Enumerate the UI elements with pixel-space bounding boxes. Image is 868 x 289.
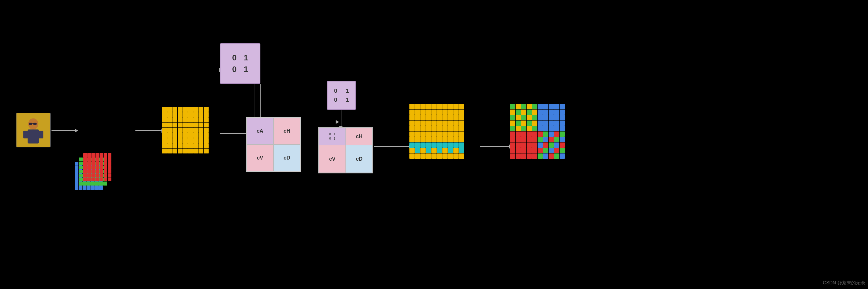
svg-rect-429 xyxy=(527,153,532,159)
svg-rect-129 xyxy=(91,165,95,169)
svg-rect-414 xyxy=(554,142,559,148)
svg-rect-122 xyxy=(91,161,95,165)
svg-rect-316 xyxy=(409,148,414,153)
svg-rect-218 xyxy=(162,143,167,148)
svg-rect-226 xyxy=(204,143,209,148)
svg-rect-366 xyxy=(510,120,515,126)
svg-rect-165 xyxy=(167,112,172,117)
svg-rect-363 xyxy=(549,115,554,120)
svg-rect-163 xyxy=(204,107,209,112)
svg-rect-221 xyxy=(178,143,183,148)
svg-rect-327 xyxy=(415,153,420,159)
svg-rect-352 xyxy=(543,110,548,115)
svg-rect-247 xyxy=(415,110,420,115)
svg-rect-286 xyxy=(409,132,414,137)
svg-rect-135 xyxy=(87,169,91,173)
svg-rect-303 xyxy=(448,137,453,142)
svg-rect-241 xyxy=(437,104,442,109)
svg-rect-357 xyxy=(516,115,521,120)
svg-rect-346 xyxy=(510,110,515,115)
svg-rect-108 xyxy=(91,153,95,157)
svg-rect-7 xyxy=(38,131,43,138)
svg-rect-92 xyxy=(79,178,83,181)
svg-rect-297 xyxy=(415,137,420,142)
subband-ch: cH xyxy=(273,118,300,145)
svg-rect-248 xyxy=(421,110,426,115)
svg-rect-365 xyxy=(560,115,565,120)
svg-rect-164 xyxy=(162,112,167,117)
svg-rect-272 xyxy=(442,120,447,126)
svg-rect-191 xyxy=(162,128,167,133)
svg-rect-15 xyxy=(75,166,79,170)
subbands-small: 0 1 0 1 cH cV cD xyxy=(318,127,373,173)
svg-rect-283 xyxy=(448,126,453,131)
single-channel-grid xyxy=(162,107,209,155)
svg-rect-178 xyxy=(188,117,193,122)
svg-rect-232 xyxy=(188,149,193,153)
svg-rect-284 xyxy=(454,126,459,131)
svg-rect-240 xyxy=(431,104,437,109)
svg-rect-185 xyxy=(178,122,183,128)
svg-rect-202 xyxy=(173,133,177,138)
svg-rect-200 xyxy=(162,133,167,138)
svg-rect-413 xyxy=(549,142,554,148)
svg-rect-242 xyxy=(442,104,447,109)
svg-rect-126 xyxy=(107,161,112,165)
svg-rect-244 xyxy=(454,104,459,109)
svg-rect-217 xyxy=(204,138,209,143)
svg-rect-5 xyxy=(28,130,39,143)
svg-rect-254 xyxy=(454,110,459,115)
svg-rect-361 xyxy=(537,115,543,120)
svg-rect-347 xyxy=(516,110,521,115)
svg-rect-187 xyxy=(188,122,193,128)
svg-rect-307 xyxy=(415,142,420,148)
svg-rect-289 xyxy=(426,132,431,137)
svg-rect-203 xyxy=(178,133,183,138)
svg-rect-318 xyxy=(421,148,426,153)
svg-rect-114 xyxy=(87,157,91,161)
svg-rect-155 xyxy=(162,107,167,112)
svg-rect-416 xyxy=(510,148,515,153)
svg-rect-246 xyxy=(409,110,414,115)
svg-rect-375 xyxy=(560,120,565,126)
svg-rect-404 xyxy=(554,137,559,142)
svg-rect-304 xyxy=(454,137,459,142)
svg-rect-222 xyxy=(183,143,188,148)
svg-rect-373 xyxy=(549,120,554,126)
svg-rect-196 xyxy=(188,128,193,133)
svg-rect-57 xyxy=(79,157,83,161)
svg-rect-121 xyxy=(87,161,91,165)
svg-rect-430 xyxy=(532,153,537,159)
svg-rect-186 xyxy=(183,122,188,128)
svg-rect-296 xyxy=(409,137,414,142)
svg-rect-216 xyxy=(198,138,204,143)
svg-rect-340 xyxy=(532,104,537,109)
svg-rect-433 xyxy=(549,153,554,159)
svg-rect-331 xyxy=(437,153,442,159)
svg-rect-349 xyxy=(527,110,532,115)
svg-rect-206 xyxy=(193,133,198,138)
svg-rect-115 xyxy=(91,157,95,161)
svg-rect-276 xyxy=(409,126,414,131)
svg-rect-332 xyxy=(442,153,447,159)
svg-rect-141 xyxy=(83,173,87,177)
svg-rect-173 xyxy=(162,117,167,122)
svg-rect-174 xyxy=(167,117,172,122)
svg-rect-435 xyxy=(560,153,565,159)
svg-rect-292 xyxy=(442,132,447,137)
arrow-ca-to-small-subband xyxy=(301,120,339,124)
svg-rect-405 xyxy=(560,137,565,142)
svg-rect-319 xyxy=(426,148,431,153)
svg-rect-389 xyxy=(527,132,532,137)
svg-rect-281 xyxy=(437,126,442,131)
svg-rect-177 xyxy=(183,117,188,122)
svg-rect-268 xyxy=(421,120,426,126)
svg-rect-279 xyxy=(426,126,431,131)
svg-rect-184 xyxy=(173,122,177,128)
svg-rect-138 xyxy=(99,169,103,173)
svg-rect-368 xyxy=(521,120,526,126)
svg-rect-313 xyxy=(448,142,453,148)
svg-rect-385 xyxy=(560,126,565,131)
svg-rect-215 xyxy=(193,138,198,143)
subband-ca: cA xyxy=(247,118,273,145)
